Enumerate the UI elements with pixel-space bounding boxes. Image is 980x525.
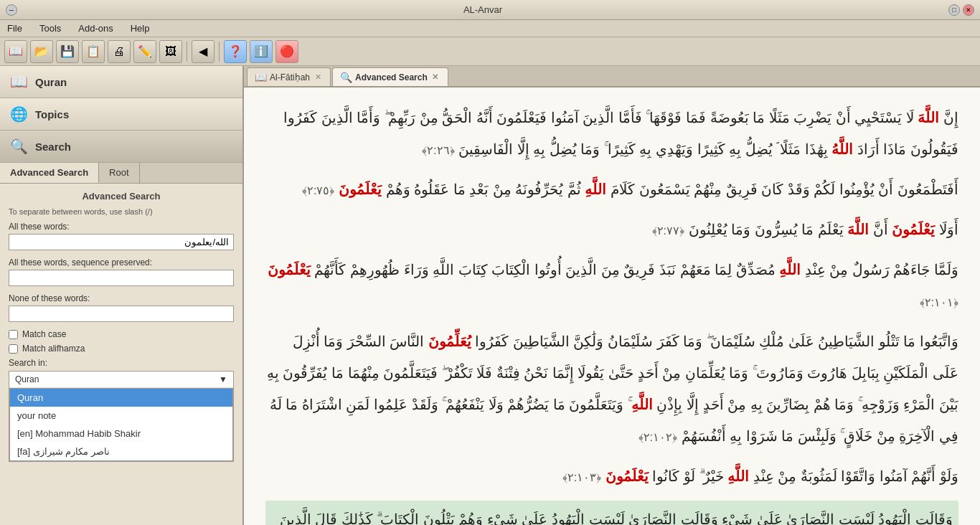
quran-verse-2: أَفَتَطْمَعُونَ أَنْ يُؤْمِنُوا لَكُمْ و… [265,174,958,205]
sidebar-label-search: Search [35,141,71,153]
tab-fatiha-icon: 📖 [255,72,267,83]
toolbar-exit-btn[interactable]: 🔴 [275,40,298,63]
sidebar-item-search[interactable]: 🔍 Search [0,131,242,163]
sidebar-item-topics[interactable]: 🌐 Topics [0,98,242,131]
toolbar-open-btn[interactable]: 📂 [30,40,53,63]
titlebar-left-controls: ─ [6,4,17,16]
highlight-yalamoon-2: يَعْلَمُونَ [892,222,935,237]
dropdown-display[interactable]: Quran ▼ Quran your note [en] Mohamma [9,371,234,462]
quran-verse-3: أَوَلَا يَعْلَمُونَ أَنَّ اللَّهَ يَعْلَ… [265,214,958,245]
match-alifhamza-row: Match alifhamza [9,344,234,354]
highlight-allah-3: اللَّهِ [585,181,606,197]
tab-advanced-search-content[interactable]: 🔍 Advanced Search ✕ [332,67,448,86]
tab-fatiha-label: Al-Fātiḥah [270,72,310,82]
menu-addons[interactable]: Add-ons [74,22,117,35]
verse-num-3: ﴿٢:٧٧﴾ [652,224,684,237]
app-title: AL-Anvar [17,4,948,15]
tab-bar: 📖 Al-Fātiḥah ✕ 🔍 Advanced Search ✕ [244,66,980,88]
highlight-yalamoon-1: يَعْلَمُونَ [339,181,382,197]
highlight-allah-4: اللَّهَ [847,222,869,237]
toolbar-info-btn[interactable]: ℹ️ [250,40,273,63]
tab-fatiha-close[interactable]: ✕ [313,72,323,82]
quran-verse-1: إِنَّ اللَّهَ لَا يَسْتَحْيِي أَنْ يَضْر… [265,102,958,165]
search-nav-icon: 🔍 [10,138,28,155]
none-input[interactable] [9,306,234,322]
verse-num-4: ﴿٢:١٠١﴾ [920,296,958,308]
dropdown-selected-value: Quran [15,374,39,384]
adv-hint: To separate between words, use slash (/) [9,207,234,216]
tab-advanced-search[interactable]: Advanced Search [0,163,99,183]
match-case-label: Match case [22,329,66,339]
quran-icon: 📖 [10,73,28,90]
highlight-allah-6: اللَّهِ [631,397,653,412]
tab-fatiha[interactable]: 📖 Al-Fātiḥah ✕ [247,67,331,86]
highlight-yalamoon-3: يَعْلَمُونَ [268,262,311,278]
sequence-label: All these words, sequence preserved: [9,257,234,268]
adv-search-form: Advanced Search To separate between word… [0,184,242,525]
highlight-yalamoon-4: يَعْلَمُونَ [606,468,649,484]
toolbar-image-btn[interactable]: 🖼 [159,40,182,63]
highlight-allah-7: اللَّهِ [727,468,749,484]
menubar: File Tools Add-ons Help [0,20,980,37]
match-case-checkbox[interactable] [9,330,18,339]
adv-search-title: Advanced Search [9,191,234,202]
sidebar-label-quran: Quran [35,76,67,88]
highlight-allah-2: اللَّهُ [831,141,853,157]
highlight-allah-5: اللَّهِ [779,262,801,278]
highlight-yualimoon-1: يُعَلِّمُونَ [428,334,471,349]
dropdown-option-en[interactable]: [en] Mohammad Habib Shakir [10,425,232,443]
quran-text-area[interactable]: إِنَّ اللَّهَ لَا يَسْتَحْيِي أَنْ يَضْر… [244,88,980,525]
toolbar-book-btn[interactable]: 📖 [4,40,27,63]
verse-num-2: ﴿٢:٧٥﴾ [302,184,334,197]
menu-file[interactable]: File [3,22,27,35]
toolbar-help-btn[interactable]: ❓ [224,40,247,63]
titlebar-close[interactable]: ✕ [963,4,974,16]
sidebar-item-quran[interactable]: 📖 Quran [0,66,242,98]
chevron-down-icon: ▼ [219,374,227,384]
highlight-allah-1: اللَّهَ [918,110,939,126]
quran-verse-4: وَلَمَّا جَاءَهُمْ رَسُولٌ مِنْ عِنْدِ ا… [265,254,958,317]
all-words-label: All these words: [9,222,234,232]
toolbar-edit-btn[interactable]: ✏️ [133,40,156,63]
titlebar-minimize[interactable]: ─ [6,4,17,16]
menu-tools[interactable]: Tools [35,22,65,35]
toolbar-sep2 [219,42,220,62]
match-alifhamza-label: Match alifhamza [22,344,85,354]
topics-icon: 🌐 [10,105,28,123]
sidebar-label-topics: Topics [35,108,69,120]
tab-adv-icon: 🔍 [340,72,352,83]
search-tabs: Advanced Search Root [0,163,242,184]
menu-help[interactable]: Help [126,22,154,35]
none-label: None of these words: [9,293,234,303]
dropdown-list: Quran your note [en] Mohammad Habib Shak… [9,388,233,461]
content-area: 📖 Al-Fātiḥah ✕ 🔍 Advanced Search ✕ إِنَّ… [244,66,980,525]
quran-verse-7: وَقَالَتِ الْيَهُودُ لَيْسَتِ النَّصَارَ… [265,501,958,525]
toolbar-print-btn[interactable]: 🖨 [108,40,131,63]
match-case-row: Match case [9,329,234,339]
toolbar-sep1 [187,42,187,62]
titlebar-restore[interactable]: □ [948,4,960,16]
tab-adv-label: Advanced Search [355,72,428,82]
sequence-input[interactable] [9,270,234,286]
quran-verse-6: وَلَوْ أَنَّهُمْ آمَنُوا وَاتَّقَوْا لَم… [265,460,958,492]
quran-verse-5: وَاتَّبَعُوا مَا تَتْلُو الشَّيَاطِينُ ع… [265,326,958,452]
main-layout: 📖 Quran 🌐 Topics 🔍 Search Advanced Searc… [0,66,980,525]
verse-num-6: ﴿٢:١٠٣﴾ [562,471,601,483]
tab-adv-close[interactable]: ✕ [430,72,440,82]
tab-root[interactable]: Root [99,163,139,183]
dropdown-option-note[interactable]: your note [10,407,232,425]
sidebar-nav: 📖 Quran 🌐 Topics 🔍 Search [0,66,242,163]
match-alifhamza-checkbox[interactable] [9,344,18,354]
all-words-input[interactable] [9,234,234,250]
verse-num-1: ﴿٢:٢٦﴾ [422,144,454,156]
search-in-label: Search in: [9,358,234,368]
toolbar-pdf-btn[interactable]: 📋 [82,40,105,63]
toolbar-nav-btn[interactable]: ◀ [192,40,215,63]
toolbar: 📖 📂 💾 📋 🖨 ✏️ 🖼 ◀ ❓ ℹ️ 🔴 [0,37,980,66]
toolbar-save-btn[interactable]: 💾 [56,40,79,63]
dropdown-option-quran[interactable]: Quran [10,389,232,407]
sidebar: 📖 Quran 🌐 Topics 🔍 Search Advanced Searc… [0,66,244,525]
dropdown-option-fa[interactable]: [fa] ناصر مکارم شیرازی [10,443,232,460]
search-in-dropdown-wrap: Quran ▼ Quran your note [en] Mohamma [9,371,234,462]
titlebar-right-controls: □ ✕ [948,4,974,16]
